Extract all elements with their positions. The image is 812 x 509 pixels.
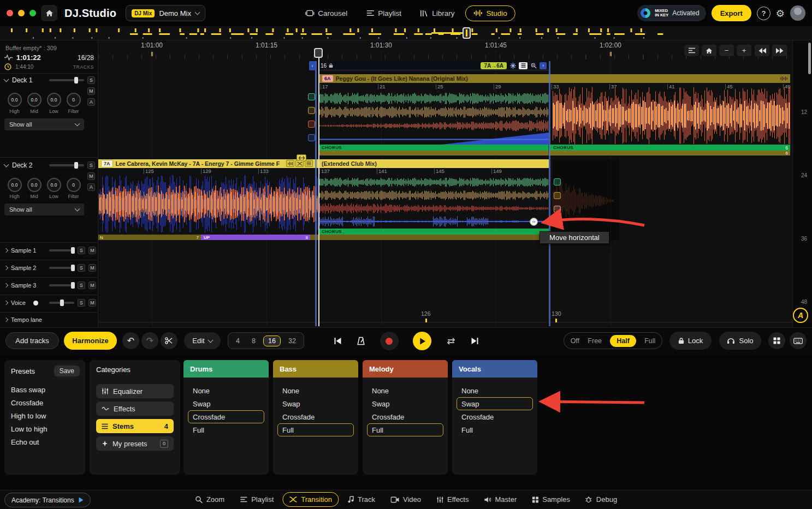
grid-16-button[interactable]: 16	[263, 336, 281, 346]
sample2-mute-button[interactable]: M	[88, 264, 96, 272]
deck1-mute-button[interactable]: M	[87, 87, 95, 95]
bass-option-none[interactable]: None	[277, 384, 354, 397]
eq-mid-knob[interactable]: 0.0	[27, 178, 42, 192]
dock-tab-track[interactable]: Track	[341, 492, 382, 507]
filter-knob[interactable]: 0	[67, 178, 81, 192]
voice-mute-button[interactable]: M	[88, 299, 96, 307]
slider-thumb[interactable]	[74, 77, 78, 83]
play-button[interactable]	[413, 332, 431, 350]
freeze-snowflake-button[interactable]	[509, 62, 517, 69]
quantize-full-button[interactable]: Full	[644, 337, 655, 345]
transition-zoom-button[interactable]	[530, 62, 537, 69]
melody-option-crossfade[interactable]: Crossfade	[367, 410, 443, 423]
cut-button[interactable]	[161, 332, 177, 349]
deck1-melody-stem-waveform[interactable]	[318, 119, 549, 133]
zoom-home-button[interactable]	[702, 45, 716, 56]
expand-chevron-icon[interactable]	[4, 248, 8, 253]
tab-carousel[interactable]: Carousel	[297, 5, 355, 21]
voice-solo-button[interactable]: S	[78, 299, 85, 307]
sample3-volume-slider[interactable]	[49, 284, 74, 286]
sample3-mute-button[interactable]: M	[88, 282, 96, 289]
deck1-section-bar[interactable]: CHORUS CHORUS 6	[318, 145, 790, 151]
voice-level-dot[interactable]	[33, 301, 38, 306]
lock-button[interactable]: Lock	[669, 332, 712, 350]
deck1-waveform[interactable]	[553, 85, 790, 146]
deck2-show-all-dropdown[interactable]: Show all	[4, 203, 84, 215]
deck1-solo-button[interactable]: S	[87, 76, 95, 84]
preset-item[interactable]: Bass swap	[4, 383, 85, 396]
tempo-point[interactable]	[425, 319, 427, 322]
help-button[interactable]: ?	[757, 7, 770, 20]
clip-crossfade-button[interactable]	[295, 160, 304, 167]
timeline-minimap[interactable]	[0, 26, 812, 40]
dock-tab-master[interactable]: Master	[477, 492, 523, 507]
mix-selector[interactable]: DJ Mix Demo Mix	[126, 5, 205, 21]
bass-stem-chip-icon[interactable]	[308, 107, 315, 114]
eq-high-knob[interactable]: 0.0	[8, 178, 22, 192]
skip-to-end-button[interactable]	[470, 337, 479, 345]
deck2-drums-stem-waveform[interactable]	[318, 176, 549, 189]
deck2-mute-button[interactable]: M	[87, 172, 95, 180]
tempo-lane-row[interactable]: Tempo lane	[4, 316, 96, 323]
skip-to-start-button[interactable]	[333, 337, 342, 345]
zoom-in-button[interactable]: +	[737, 45, 751, 56]
collapse-chevron-icon[interactable]	[4, 162, 9, 167]
vocals-option-crossfade[interactable]: Crossfade	[457, 410, 533, 423]
deck1-volume-slider[interactable]	[49, 79, 84, 81]
quantize-off-button[interactable]: Off	[571, 337, 579, 345]
quantize-half-button[interactable]: Half	[610, 335, 636, 347]
grid-32-button[interactable]: 32	[284, 337, 300, 345]
sample1-solo-button[interactable]: S	[78, 247, 85, 254]
drums-option-crossfade[interactable]: Crossfade	[188, 410, 264, 423]
pads-button[interactable]	[768, 332, 785, 349]
sample1-mute-button[interactable]: M	[88, 247, 96, 254]
category-stems[interactable]: Stems 4	[96, 419, 174, 433]
dock-tab-debug[interactable]: Debug	[579, 492, 624, 507]
deck2-section-bar[interactable]: CHORUS	[318, 229, 549, 235]
drums-option-swap[interactable]: Swap	[188, 397, 264, 410]
minimap-playhead[interactable]	[463, 27, 471, 39]
deck2-waveform[interactable]	[99, 173, 318, 235]
vertical-scrollbar[interactable]	[808, 43, 811, 74]
home-button[interactable]	[41, 5, 57, 21]
expand-chevron-icon[interactable]	[4, 283, 8, 288]
dock-tab-samples[interactable]: Samples	[525, 492, 577, 507]
stem-move-handle[interactable]: ‹›	[530, 218, 538, 226]
eq-low-knob[interactable]: 0.0	[47, 178, 61, 192]
filter-knob[interactable]: 0	[67, 93, 81, 107]
grid-4-button[interactable]: 4	[232, 337, 244, 345]
deck1-bass-stem-waveform[interactable]	[318, 105, 549, 119]
category-effects[interactable]: Effects	[96, 402, 174, 416]
deck2-auto-button[interactable]: A	[87, 183, 95, 191]
harmonize-button[interactable]: Harmonize	[64, 332, 117, 350]
clip-waveform-toggle[interactable]	[286, 160, 294, 167]
jump-back-button[interactable]	[755, 45, 769, 56]
export-button[interactable]: Export	[712, 5, 751, 21]
tab-studio[interactable]: Studio	[465, 5, 515, 21]
sample2-volume-slider[interactable]	[49, 267, 74, 269]
eq-low-knob[interactable]: 0.0	[47, 93, 61, 107]
vocals-option-none[interactable]: None	[457, 384, 533, 397]
vocals-option-swap[interactable]: Swap	[457, 397, 533, 410]
transition-right-border[interactable]	[549, 61, 550, 326]
transition-header[interactable]: 16 7A→6A ›	[318, 61, 549, 70]
academy-button[interactable]: Academy: Transitions	[4, 493, 91, 507]
edit-dropdown[interactable]: Edit	[184, 332, 221, 349]
preset-item[interactable]: Echo out	[4, 435, 85, 448]
transition-left-border[interactable]	[315, 61, 317, 326]
sample2-solo-button[interactable]: S	[78, 264, 85, 272]
transition-left-chevron[interactable]: ‹	[309, 61, 316, 70]
redo-button[interactable]: ↷	[141, 332, 158, 349]
settings-gear-button[interactable]: ⚙	[776, 8, 785, 19]
deck1-phrase-bar[interactable]: 6	[318, 151, 790, 155]
slider-thumb[interactable]	[74, 162, 78, 169]
solo-button[interactable]: Solo	[719, 332, 761, 350]
fullscreen-window-button[interactable]	[29, 10, 36, 16]
dock-tab-effects[interactable]: Effects	[430, 492, 476, 507]
playhead-handle[interactable]	[314, 48, 323, 58]
vocals-stem-chip-icon[interactable]	[308, 134, 315, 141]
dock-tab-video[interactable]: Video	[384, 492, 428, 507]
drums-stem-chip-icon[interactable]	[554, 178, 561, 185]
collapse-chevron-icon[interactable]	[4, 77, 9, 82]
drums-stem-chip-icon[interactable]	[308, 93, 315, 100]
